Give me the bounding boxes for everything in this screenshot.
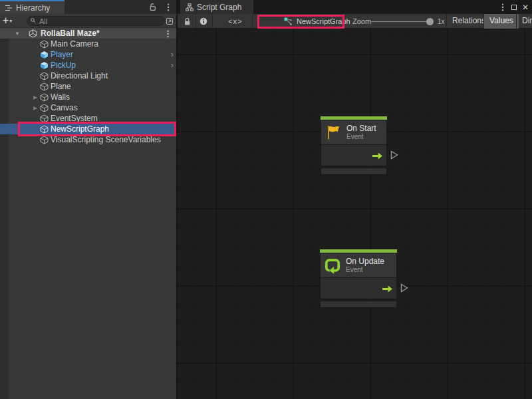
node-footer (320, 301, 397, 308)
graph-breadcrumb-button[interactable]: NewScriptGraph (284, 14, 350, 29)
dim-toggle-button[interactable]: Dim (517, 14, 532, 29)
gameobject-cube-icon (40, 72, 49, 80)
script-graph-panel: Script Graph ⋮ ✕ <x> NewScriptGraph (178, 0, 532, 399)
hierarchy-panel: Hierarchy ⋮ + ▾ ▼ (0, 0, 176, 399)
prefab-cube-icon (40, 61, 49, 70)
graph-canvas[interactable]: On Start Event (178, 29, 532, 399)
loop-icon (324, 257, 341, 274)
unlock-icon[interactable] (147, 0, 158, 14)
item-label: VisualScripting SceneVariables (51, 135, 161, 144)
caret-down-icon: ▾ (9, 18, 12, 24)
item-label: PickUp (51, 61, 76, 70)
item-label: EventSystem (51, 114, 98, 123)
item-label: NewScriptGraph (51, 124, 109, 134)
prefab-chevron-icon[interactable]: › (171, 60, 174, 70)
gameobject-cube-icon (40, 82, 49, 91)
script-graph-asset-icon (284, 17, 293, 26)
flag-icon (325, 124, 342, 141)
gameobject-cube-icon (40, 114, 49, 123)
gameobject-cube-icon (40, 93, 49, 102)
node-title: On Update (346, 257, 384, 266)
scene-menu-icon[interactable]: ⋮ (164, 29, 172, 38)
gameobject-cube-icon (40, 125, 49, 134)
maximize-icon[interactable] (509, 0, 519, 14)
hierarchy-item-directional-light[interactable]: Directional Light (0, 70, 176, 81)
prefab-cube-icon (40, 51, 49, 59)
graph-tree-icon (186, 3, 194, 11)
plus-icon: + (3, 15, 9, 26)
foldout-open-icon[interactable]: ▼ (15, 31, 20, 37)
hierarchy-item-eventsystem[interactable]: EventSystem (0, 113, 176, 124)
hierarchy-menu-icon[interactable]: ⋮ (164, 0, 172, 14)
zoom-slider-track[interactable] (371, 21, 430, 22)
info-icon[interactable] (200, 14, 207, 29)
hierarchy-item-player[interactable]: Player › (0, 49, 176, 60)
node-body (321, 144, 387, 166)
zoom-label: Zoom (352, 14, 371, 29)
lock-icon[interactable] (183, 14, 192, 29)
hierarchy-toolbar: + ▾ (0, 14, 176, 28)
zoom-slider-handle[interactable] (426, 18, 434, 25)
tab-hierarchy[interactable]: Hierarchy (0, 0, 65, 14)
output-flow-arrow-icon[interactable] (382, 285, 393, 293)
node-header: On Start Event (321, 120, 387, 144)
gameobject-cube-icon (40, 136, 49, 144)
hierarchy-tab-label: Hierarchy (16, 3, 50, 13)
graph-tabstrip: Script Graph ⋮ ✕ (178, 0, 532, 14)
item-label: Main Camera (51, 39, 98, 49)
connection-port-icon[interactable] (390, 150, 398, 160)
hierarchy-item-pickup[interactable]: PickUp › (0, 60, 176, 70)
node-subtitle: Event (346, 133, 376, 141)
foldout-closed-icon[interactable]: ▶ (31, 94, 40, 100)
prefab-chevron-icon[interactable]: › (171, 49, 174, 60)
hierarchy-tabstrip: Hierarchy ⋮ (0, 0, 176, 14)
hierarchy-item-newscriptgraph[interactable]: NewScriptGraph (0, 124, 176, 134)
hierarchy-item-scenevariables[interactable]: VisualScripting SceneVariables (0, 134, 176, 145)
hierarchy-item-plane[interactable]: Plane (0, 81, 176, 92)
node-on-start[interactable]: On Start Event (321, 116, 387, 175)
node-body (320, 277, 397, 299)
open-search-window-icon[interactable] (164, 16, 174, 26)
blackboard-variables-button[interactable]: <x> (228, 14, 242, 29)
hierarchy-item-main-camera[interactable]: Main Camera (0, 39, 176, 49)
foldout-closed-icon[interactable]: ▶ (31, 105, 40, 111)
item-label: Directional Light (51, 71, 108, 80)
item-label: Walls (51, 92, 70, 102)
node-subtitle: Event (346, 266, 384, 274)
gameobject-cube-icon (40, 40, 49, 49)
search-icon (30, 17, 37, 25)
create-object-button[interactable]: + ▾ (3, 14, 12, 28)
scene-name: RollaBall Maze* (41, 29, 100, 38)
item-label: Player (51, 50, 73, 59)
hierarchy-item-walls[interactable]: ▶ Walls (0, 92, 176, 102)
zoom-value: 1x (438, 14, 445, 29)
scene-header-row[interactable]: ▼ RollaBall Maze* ⋮ (0, 28, 176, 39)
graph-name-label: NewScriptGraph (297, 17, 350, 25)
connection-port-icon[interactable] (400, 283, 408, 293)
output-flow-arrow-icon[interactable] (372, 152, 383, 160)
hierarchy-icon (5, 4, 13, 12)
close-icon[interactable]: ✕ (521, 0, 530, 14)
node-footer (321, 168, 387, 175)
window-menu-icon[interactable]: ⋮ (499, 0, 507, 14)
node-title: On Start (346, 124, 376, 133)
hierarchy-search-field[interactable] (27, 16, 165, 26)
item-label: Canvas (51, 103, 78, 112)
node-on-update[interactable]: On Update Event (320, 249, 397, 308)
search-input[interactable] (39, 17, 162, 25)
hierarchy-items: Main Camera Player › PickUp › Directiona… (0, 39, 176, 399)
item-label: Plane (51, 82, 71, 91)
graph-toolbar: <x> NewScriptGraph Zoom 1x Relations Val… (178, 14, 532, 29)
hierarchy-item-canvas[interactable]: ▶ Canvas (0, 102, 176, 113)
tab-script-graph[interactable]: Script Graph (180, 0, 253, 14)
unity-scene-icon (29, 29, 37, 38)
values-toggle-button[interactable]: Values (484, 14, 519, 29)
node-header: On Update Event (320, 253, 397, 277)
unity-editor: Hierarchy ⋮ + ▾ ▼ (0, 0, 532, 399)
script-graph-tab-label: Script Graph (197, 3, 241, 12)
gameobject-cube-icon (40, 104, 49, 112)
